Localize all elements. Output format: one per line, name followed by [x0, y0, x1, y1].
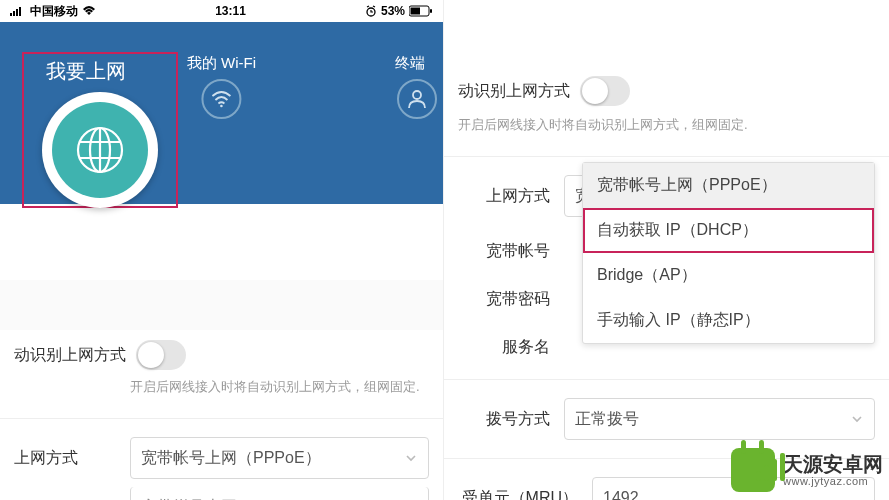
chevron-down-icon	[404, 451, 418, 465]
tab-wifi-label: 我的 Wi-Fi	[187, 54, 256, 71]
wifi-icon	[82, 6, 96, 16]
account-label: 宽带帐号	[458, 241, 550, 262]
auto-detect-hint-r: 开启后网线接入时将自动识别上网方式，组网固定.	[444, 116, 889, 148]
option-pppoe[interactable]: 宽带帐号上网（PPPoE）	[583, 163, 874, 208]
tab-wifi[interactable]: 我的 Wi-Fi	[187, 54, 256, 119]
blank-card	[14, 232, 429, 280]
auto-detect-hint: 开启后网线接入时将自动识别上网方式，组网固定.	[0, 378, 443, 410]
tab-internet[interactable]	[42, 92, 158, 208]
battery-icon	[409, 5, 433, 17]
svg-rect-6	[410, 8, 420, 15]
mru-label: 受单元（MRU）	[458, 488, 578, 501]
wifi-tab-icon	[211, 90, 233, 108]
signal-icon	[10, 6, 26, 16]
option-static[interactable]: 手动输入 IP（静态IP）	[583, 298, 874, 343]
method-label-r: 上网方式	[458, 186, 550, 207]
battery-label: 53%	[381, 4, 405, 18]
row-auto-detect: 动识别上网方式	[0, 330, 443, 378]
carrier-label: 中国移动	[30, 3, 78, 20]
android-logo-icon	[731, 448, 775, 492]
svg-point-11	[413, 91, 421, 99]
svg-rect-7	[430, 9, 432, 13]
method-dropdown: 宽带帐号上网（PPPoE） 自动获取 IP（DHCP） Bridge（AP） 手…	[582, 162, 875, 344]
service-label: 服务名	[458, 337, 550, 358]
dial-select[interactable]: 正常拨号	[564, 398, 875, 440]
svg-point-10	[220, 105, 223, 108]
auto-detect-label: 动识别上网方式	[14, 345, 126, 366]
method-label: 上网方式	[14, 448, 130, 469]
app-header: 我要上网 我的 Wi-Fi 终端	[0, 22, 443, 204]
method-value: 宽带帐号上网（PPPoE）	[141, 448, 321, 469]
mru-value: 1492	[603, 489, 639, 500]
tab-terminal-label: 终端	[395, 54, 425, 71]
right-screen: 动识别上网方式 开启后网线接入时将自动识别上网方式，组网固定. 上网方式 宽带帐…	[444, 0, 889, 500]
globe-icon	[73, 123, 127, 177]
alarm-icon	[365, 5, 377, 17]
dial-value: 正常拨号	[575, 409, 639, 430]
row-auto-detect-r: 动识别上网方式	[444, 66, 889, 116]
svg-rect-3	[19, 7, 21, 16]
watermark-name: 天源安卓网	[783, 453, 883, 475]
password-label: 宽带密码	[458, 289, 550, 310]
chevron-down-icon	[850, 412, 864, 426]
dial-label: 拨号方式	[458, 409, 550, 430]
option-dhcp[interactable]: 自动获取 IP（DHCP）	[583, 208, 874, 253]
tab-internet-label: 我要上网	[46, 58, 126, 85]
row-method: 上网方式 宽带帐号上网（PPPoE）	[0, 427, 443, 487]
option-bridge[interactable]: Bridge（AP）	[583, 253, 874, 298]
row-dial: 拨号方式 正常拨号	[444, 388, 889, 450]
auto-detect-toggle-r[interactable]	[580, 76, 630, 106]
status-bar: 中国移动 13:11 53%	[0, 0, 443, 22]
auto-detect-toggle[interactable]	[136, 340, 186, 370]
left-screen: 中国移动 13:11 53% 我要上网 我的 Wi-Fi 终端	[0, 0, 444, 500]
svg-rect-1	[13, 11, 15, 16]
terminal-tab-icon	[406, 88, 428, 110]
svg-rect-2	[16, 9, 18, 16]
method-select-dup[interactable]: 宽带帐号上网（PPPoE）	[130, 487, 429, 500]
watermark-url: www.jytyaz.com	[783, 475, 868, 487]
clock: 13:11	[215, 4, 246, 18]
watermark: 天源安卓网 www.jytyaz.com	[731, 448, 883, 492]
auto-detect-label-r: 动识别上网方式	[458, 81, 570, 102]
method-select[interactable]: 宽带帐号上网（PPPoE）	[130, 437, 429, 479]
svg-rect-0	[10, 13, 12, 16]
tab-terminal[interactable]: 终端	[395, 54, 425, 119]
